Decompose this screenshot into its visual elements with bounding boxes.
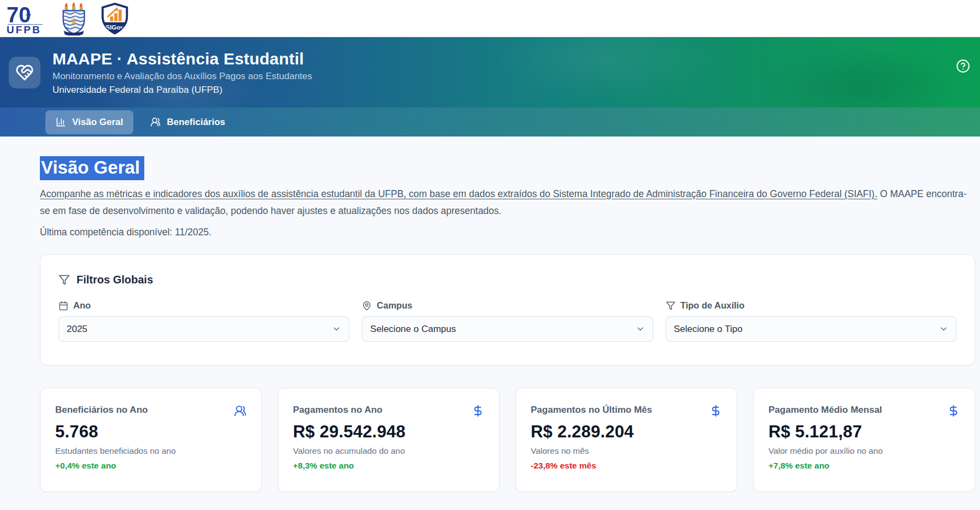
filter-label: Ano <box>58 300 349 311</box>
filters-header: Filtros Globais <box>58 274 956 286</box>
metric-subtitle: Valor médio por auxílio no ano <box>768 446 960 456</box>
help-circle-icon[interactable] <box>956 59 970 73</box>
filter-field-ano: Ano 2025 <box>58 300 349 342</box>
metric-trend: -23,8% este mês <box>531 461 722 471</box>
institution-name: Universidade Federal da Paraíba (UFPB) <box>52 85 312 96</box>
filter-label: Tipo de Auxílio <box>666 300 956 311</box>
metric-title: Pagamento Médio Mensal <box>768 405 882 416</box>
app-title: MAAPE · Assistência Estudantil <box>52 50 312 68</box>
chevron-down-icon <box>636 324 645 334</box>
filters-title: Filtros Globais <box>77 274 153 286</box>
hero-header: MAAPE · Assistência Estudantil Monitoram… <box>0 37 980 108</box>
app-subtitle: Monitoramento e Avaliação dos Auxílios P… <box>52 71 312 82</box>
dollar-sign-icon <box>472 405 484 417</box>
aid-type-select[interactable]: Selecione o Tipo <box>666 316 956 342</box>
metric-value: R$ 2.289.204 <box>531 422 722 442</box>
filter-label-text: Ano <box>73 300 91 311</box>
fleur-de-lis-icon: ⚜ <box>25 11 32 20</box>
funnel-icon <box>666 301 676 311</box>
metric-trend: +7,8% este ano <box>768 461 960 471</box>
select-value: Selecione o Campus <box>370 324 456 335</box>
metric-trend: +0,4% este ano <box>55 461 247 471</box>
tab-visao-geral[interactable]: Visão Geral <box>45 110 133 134</box>
fleur-de-lis-icon: ⚜ <box>69 15 78 27</box>
tab-label: Visão Geral <box>72 117 123 128</box>
metric-card-pagamentos-mes: Pagamentos no Último Mês R$ 2.289.204 Va… <box>515 388 737 492</box>
selected-text: Visão Geral <box>40 156 144 180</box>
metric-value: R$ 5.121,87 <box>768 422 960 442</box>
metric-title: Pagamentos no Ano <box>293 405 383 416</box>
ufpb-coat-of-arms-logo[interactable]: ⚜ <box>59 2 89 35</box>
description-underlined: Acompanhe as métricas e indicadores dos … <box>40 188 877 199</box>
dollar-sign-icon <box>709 405 722 417</box>
top-bar: 70 ⚜ UFPB ⚜ <box>0 0 980 37</box>
metric-subtitle: Valores no acumulado do ano <box>293 446 484 456</box>
metric-trend: +8,3% este ano <box>293 461 484 471</box>
users-icon <box>150 117 161 127</box>
metric-subtitle: Valores no mês <box>531 446 722 456</box>
global-filters-card: Filtros Globais Ano 2025 <box>40 254 975 365</box>
metric-card-pagamento-medio: Pagamento Médio Mensal R$ 5.121,87 Valor… <box>753 388 975 492</box>
dollar-sign-icon <box>947 405 960 417</box>
last-period-note: Última competência disponível: 11/2025. <box>40 227 975 238</box>
metric-card-pagamentos-ano: Pagamentos no Ano R$ 29.542.948 Valores … <box>278 388 500 492</box>
funnel-icon <box>58 274 70 286</box>
metric-value: R$ 29.542.948 <box>293 422 484 442</box>
maape-app: 70 ⚜ UFPB ⚜ <box>0 0 980 510</box>
main-content: Visão Geral Acompanhe as métricas e indi… <box>0 137 980 492</box>
filter-field-tipo-auxilio: Tipo de Auxílio Selecione o Tipo <box>666 300 956 342</box>
filter-label-text: Campus <box>377 300 412 311</box>
main-nav: Visão Geral Beneficiários <box>0 108 980 137</box>
ufpb-70-acronym: UFPB <box>7 24 42 34</box>
year-select[interactable]: 2025 <box>58 316 349 342</box>
tab-label: Beneficiários <box>167 117 225 128</box>
metric-title: Beneficiários no Ano <box>55 405 148 416</box>
page-description: Acompanhe as métricas e indicadores dos … <box>40 186 974 219</box>
sigov-logo[interactable]: SIGov <box>99 2 130 35</box>
map-pin-icon <box>362 301 372 311</box>
select-value: 2025 <box>67 324 87 335</box>
campus-select[interactable]: Selecione o Campus <box>362 316 653 342</box>
metric-title: Pagamentos no Último Mês <box>531 405 652 416</box>
select-value: Selecione o Tipo <box>674 324 743 335</box>
page-title: Visão Geral <box>40 157 975 178</box>
filter-field-campus: Campus Selecione o Campus <box>362 300 653 342</box>
metric-cards: Beneficiários no Ano 5.768 Estudantes be… <box>40 388 975 492</box>
calendar-icon <box>58 301 68 311</box>
metric-card-beneficiarios: Beneficiários no Ano 5.768 Estudantes be… <box>40 388 262 492</box>
ufpb-70-logo[interactable]: 70 ⚜ UFPB <box>5 3 48 34</box>
app-icon-tile <box>9 57 40 88</box>
torches <box>65 2 83 10</box>
heart-handshake-icon <box>15 63 34 82</box>
tab-beneficiarios[interactable]: Beneficiários <box>140 110 236 134</box>
chevron-down-icon <box>332 324 341 334</box>
filter-label: Campus <box>362 300 653 311</box>
users-icon <box>234 405 247 417</box>
filter-label-text: Tipo de Auxílio <box>680 300 744 311</box>
chevron-down-icon <box>939 324 948 334</box>
metric-value: 5.768 <box>55 422 247 442</box>
bar-chart-icon <box>56 117 66 127</box>
metric-subtitle: Estudantes beneficiados no ano <box>55 446 247 456</box>
